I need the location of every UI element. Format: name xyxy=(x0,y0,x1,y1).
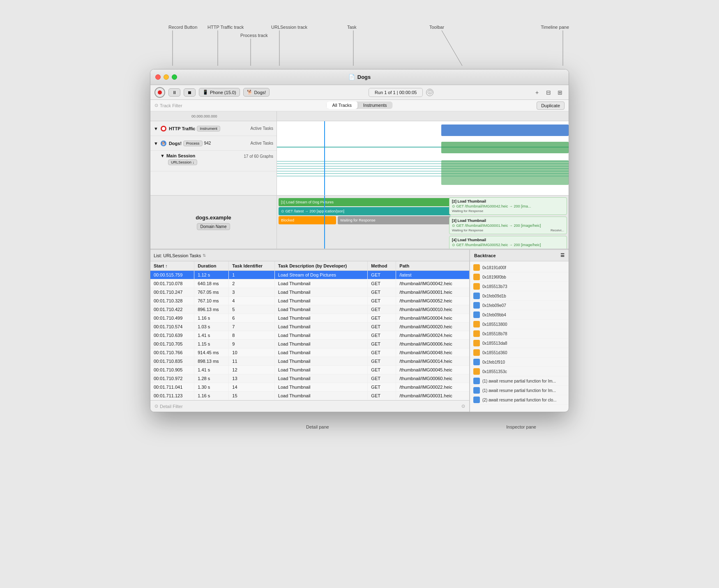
add-track-button[interactable]: + xyxy=(532,88,542,97)
layout-button[interactable]: ⊞ xyxy=(555,88,565,97)
app-selector[interactable]: 🐕 Dogs! xyxy=(243,88,270,97)
cell-duration: 1.16 s xyxy=(194,314,229,323)
inspector-menu-icon[interactable]: ☰ xyxy=(560,253,565,258)
backtrace-item[interactable]: 0x18551d360 xyxy=(470,348,569,357)
task-box-4[interactable]: [4] Load Thumbnail ⊙ GET /thumbnail/IMG0… xyxy=(449,236,567,249)
device-selector[interactable]: 📱 Phone (15.0) xyxy=(199,88,240,97)
cell-method: GET xyxy=(368,314,396,323)
cell-method: GET xyxy=(368,305,396,314)
table-row[interactable]: 00:01.710.247 767.05 ms 3 Load Thumbnail… xyxy=(150,288,469,297)
annotation-http-traffic: HTTP Traffic track xyxy=(207,25,244,30)
cell-method: GET xyxy=(368,297,396,305)
session-track-viz xyxy=(277,160,569,189)
backtrace-item[interactable]: (1) await resume partial function for Im… xyxy=(470,386,569,395)
col-method[interactable]: Method xyxy=(368,261,396,271)
bt-icon xyxy=(473,340,480,346)
split-view-button[interactable]: ⊟ xyxy=(544,88,553,97)
backtrace-item[interactable]: 0x185513b73 xyxy=(470,282,569,291)
table-row[interactable]: 00:01.711.041 1.30 s 14 Load Thumbnail G… xyxy=(150,383,469,392)
task-bar-blocked-label: Blocked xyxy=(281,218,294,222)
track-filter-input[interactable]: ⊙ Track Filter xyxy=(154,103,182,108)
task-bar-waiting[interactable]: Waiting for Response xyxy=(338,216,451,224)
table-row[interactable]: 00:01.710.639 1.41 s 8 Load Thumbnail GE… xyxy=(150,331,469,340)
backtrace-item[interactable]: 0x18191d00f xyxy=(470,263,569,272)
table-body: 00:00.515.759 1.12 s 1 Load Stream of Do… xyxy=(150,271,469,400)
col-task-desc[interactable]: Task Description (by Developer) xyxy=(274,261,368,271)
table-row[interactable]: 00:01.711.123 1.16 s 15 Load Thumbnail G… xyxy=(150,392,469,400)
inspector-pane-annotation: Inspector pane xyxy=(506,424,536,429)
duplicate-button[interactable]: Duplicate xyxy=(537,101,565,110)
table-row[interactable]: 00:01.710.972 1.28 s 13 Load Thumbnail G… xyxy=(150,374,469,383)
task-box-3-extra: Receivi... xyxy=(551,228,564,232)
cell-duration: 896.13 ms xyxy=(194,305,229,314)
task-bar-get[interactable]: ⊙ GET /latest → 200 [application/json] xyxy=(279,207,451,215)
tab-all-tracks[interactable]: All Tracks xyxy=(326,101,357,109)
record-button[interactable] xyxy=(154,87,165,98)
backtrace-item[interactable]: 0x18551353c xyxy=(470,367,569,376)
backtrace-item[interactable]: 0x185518b78 xyxy=(470,329,569,339)
task-box-3[interactable]: [3] Load Thumbnail ⊙ GET /thumbnail/IMG0… xyxy=(449,217,567,234)
table-row[interactable]: 00:01.710.422 896.13 ms 5 Load Thumbnail… xyxy=(150,305,469,314)
cell-start: 00:01.710.574 xyxy=(150,323,194,331)
filter-options-icon[interactable]: ⊙ xyxy=(461,404,465,409)
cell-desc: Load Thumbnail xyxy=(274,323,368,331)
cell-method: GET xyxy=(368,348,396,357)
tab-instruments[interactable]: Instruments xyxy=(357,101,392,109)
backtrace-item[interactable]: 0x1feb09e07 xyxy=(470,301,569,310)
close-button[interactable] xyxy=(155,74,161,80)
backtrace-item[interactable]: (1) await resume partial function for Im… xyxy=(470,376,569,386)
col-start[interactable]: Start ↑ xyxy=(150,261,194,271)
table-row[interactable]: 00:01.710.328 767.10 ms 4 Load Thumbnail… xyxy=(150,297,469,305)
task-box-2[interactable]: [2] Load Thumbnail ⊙ GET /thumbnail/IMG0… xyxy=(449,197,567,215)
dogs-icon: 🐕 xyxy=(160,140,167,147)
table-row[interactable]: 00:01.710.766 914.45 ms 10 Load Thumbnai… xyxy=(150,348,469,357)
task-bar-1[interactable]: [1] Load Stream of Dog Pictures xyxy=(279,198,451,206)
col-duration[interactable]: Duration xyxy=(194,261,229,271)
bt-icon xyxy=(473,283,480,290)
stop-button[interactable]: ⏹ xyxy=(184,88,196,97)
list-sort-icon[interactable]: ⇅ xyxy=(203,253,206,258)
minimize-button[interactable] xyxy=(164,74,169,80)
col-path[interactable]: Path xyxy=(396,261,469,271)
table-row[interactable]: 00:00.515.759 1.12 s 1 Load Stream of Do… xyxy=(150,271,469,279)
pause-button[interactable]: ⏸ xyxy=(168,88,180,97)
main-session-track[interactable]: ▼ Main Session URLSession ↓ 17 of 60 Gra… xyxy=(150,151,277,171)
backtrace-item[interactable]: 0x1feb09d1b xyxy=(470,291,569,301)
backtrace-item[interactable]: 0x1feb1f910 xyxy=(470,357,569,367)
domain-name-badge[interactable]: Domain Name xyxy=(197,223,230,230)
annotation-record-button: Record Button xyxy=(168,25,197,30)
table-scroll[interactable]: Start ↑ Duration Task Identifier Task De… xyxy=(150,261,469,400)
bt-address: 0x18551d360 xyxy=(482,350,507,355)
dogs-track[interactable]: ▼ 🐕 Dogs! Process 942 Active Tasks xyxy=(150,136,277,151)
cell-duration: 1.30 s xyxy=(194,383,229,392)
backtrace-item[interactable]: (2) await resume partial function for cl… xyxy=(470,395,569,405)
col-task-id[interactable]: Task Identifier xyxy=(229,261,275,271)
timeline-cursor xyxy=(324,121,325,195)
table-row[interactable]: 00:01.710.574 1.03 s 7 Load Thumbnail GE… xyxy=(150,323,469,331)
table-row[interactable]: 00:01.710.078 640.18 ms 2 Load Thumbnail… xyxy=(150,279,469,288)
cell-duration: 1.41 s xyxy=(194,366,229,374)
info-button[interactable]: ⓘ xyxy=(426,89,433,96)
backtrace-list[interactable]: 0x18191d00f 0x18196f0bb 0x185513b73 0x1f… xyxy=(470,261,569,412)
backtrace-item[interactable]: 0x18196f0bb xyxy=(470,272,569,282)
table-row[interactable]: 00:01.710.705 1.15 s 9 Load Thumbnail GE… xyxy=(150,340,469,348)
cell-id: 12 xyxy=(229,366,275,374)
cell-duration: 1.15 s xyxy=(194,340,229,348)
table-row[interactable]: 00:01.710.835 898.13 ms 11 Load Thumbnai… xyxy=(150,357,469,366)
http-traffic-track[interactable]: ▼ HTTP Traffic Instrument Active Tasks xyxy=(150,121,277,136)
task-bar-blocked[interactable]: Blocked xyxy=(279,216,336,224)
session-green-band xyxy=(441,160,569,185)
bt-address: 0x1feb09e07 xyxy=(482,303,506,308)
cell-id: 9 xyxy=(229,340,275,348)
cell-desc: Load Thumbnail xyxy=(274,392,368,400)
backtrace-item[interactable]: 0x1feb09bb4 xyxy=(470,310,569,320)
table-row[interactable]: 00:01.710.905 1.41 s 12 Load Thumbnail G… xyxy=(150,366,469,374)
domain-cursor xyxy=(324,196,325,249)
table-row[interactable]: 00:01.710.499 1.16 s 6 Load Thumbnail GE… xyxy=(150,314,469,323)
cell-id: 7 xyxy=(229,323,275,331)
backtrace-item[interactable]: 0x185513da8 xyxy=(470,339,569,348)
svg-point-8 xyxy=(162,127,165,130)
maximize-button[interactable] xyxy=(172,74,177,80)
cell-method: GET xyxy=(368,288,396,297)
backtrace-item[interactable]: 0x185513800 xyxy=(470,320,569,329)
